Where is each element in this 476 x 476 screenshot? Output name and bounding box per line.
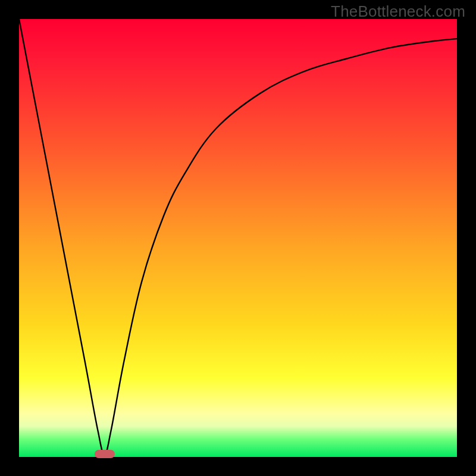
watermark-text: TheBottleneck.com <box>331 2 465 21</box>
optimal-marker <box>95 450 115 458</box>
chart-frame: TheBottleneck.com <box>0 0 476 476</box>
curve-svg <box>19 19 457 457</box>
plot-area <box>19 19 457 457</box>
bottleneck-curve <box>19 19 457 455</box>
